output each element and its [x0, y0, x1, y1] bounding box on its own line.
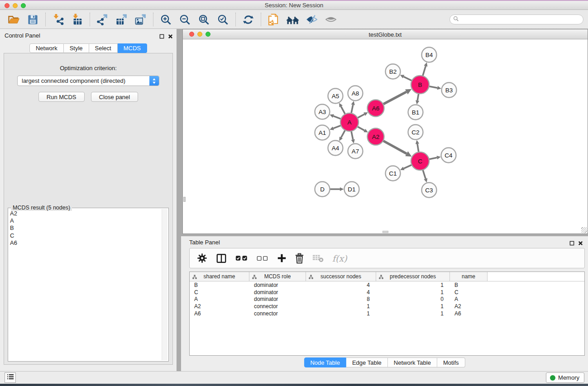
- zoom-out-icon[interactable]: [178, 13, 191, 26]
- network-window-titlebar[interactable]: testGlobe.txt: [183, 29, 588, 39]
- mcds-result-item[interactable]: B: [10, 224, 161, 232]
- table-cell[interactable]: 4: [306, 289, 376, 295]
- delete-table-icon: [312, 254, 324, 262]
- table-cell[interactable]: 1: [306, 310, 376, 317]
- table-cell[interactable]: 1: [306, 303, 376, 310]
- table-cell[interactable]: C: [190, 289, 249, 295]
- tab-select[interactable]: Select: [89, 43, 118, 53]
- export-image-icon[interactable]: [134, 13, 147, 26]
- table-cell[interactable]: A: [190, 296, 249, 302]
- close-panel-button[interactable]: Close panel: [91, 92, 139, 102]
- edge-arrow-icon: [416, 140, 419, 144]
- table-cell[interactable]: A: [450, 296, 488, 302]
- column-header-shared-name[interactable]: shared name: [190, 272, 249, 281]
- select-all-icon[interactable]: [235, 255, 248, 262]
- tab-style[interactable]: Style: [64, 43, 89, 53]
- tab-network[interactable]: Network: [29, 43, 64, 53]
- table-row[interactable]: A2connector11A2: [190, 303, 584, 310]
- column-header-successor-nodes[interactable]: successor nodes: [306, 272, 376, 281]
- table-cell[interactable]: A6: [190, 310, 249, 317]
- node-label-A2: A2: [372, 133, 380, 140]
- table-cell[interactable]: B: [450, 282, 488, 288]
- float-panel-icon[interactable]: [569, 239, 574, 248]
- gear-icon[interactable]: [197, 253, 207, 263]
- open-icon[interactable]: [7, 13, 20, 26]
- export-network-icon[interactable]: [96, 13, 109, 26]
- search-input[interactable]: [461, 16, 580, 23]
- optimization-criterion-select[interactable]: largest connected component (directed): [17, 76, 159, 86]
- hide-graphics-details-icon[interactable]: [305, 13, 318, 26]
- mcds-result-item[interactable]: C: [10, 232, 161, 239]
- task-history-button[interactable]: [5, 372, 16, 383]
- table-cell[interactable]: 1: [376, 282, 450, 288]
- zoom-fit-icon[interactable]: [197, 13, 210, 26]
- table-cell[interactable]: 4: [306, 282, 376, 288]
- export-table-icon[interactable]: [115, 13, 128, 26]
- mcds-result-item[interactable]: A: [10, 217, 161, 224]
- horizontal-scroll-thumb[interactable]: [382, 231, 388, 233]
- edge-arrow-icon: [424, 178, 427, 183]
- tab-node-table[interactable]: Node Table: [304, 357, 346, 367]
- network-graph: AA1A2A3A4A5A6A7A8BB1B2B3B4CC1C2C3C4DD1: [183, 40, 587, 234]
- import-table-icon[interactable]: [71, 13, 84, 26]
- close-panel-icon[interactable]: [168, 33, 173, 41]
- window-resize-grip[interactable]: [581, 227, 587, 233]
- node-label-A6: A6: [372, 105, 380, 112]
- table-cell[interactable]: B: [190, 282, 249, 288]
- table-cell[interactable]: A2: [450, 303, 488, 310]
- table-cell[interactable]: 8: [306, 296, 376, 302]
- refresh-icon[interactable]: [242, 13, 255, 26]
- table-cell[interactable]: 1: [376, 310, 450, 317]
- memory-button[interactable]: Memory: [546, 372, 584, 383]
- table-row[interactable]: Adominator80A: [190, 295, 584, 303]
- table-cell[interactable]: A6: [450, 310, 488, 317]
- import-network-icon[interactable]: [52, 13, 65, 26]
- fx-icon: f(x): [332, 253, 347, 263]
- deselect-all-icon[interactable]: [257, 255, 268, 262]
- zoom-in-icon[interactable]: [159, 13, 172, 26]
- network-canvas[interactable]: AA1A2A3A4A5A6A7A8BB1B2B3B4CC1C2C3C4DD1: [183, 40, 588, 234]
- table-cell[interactable]: connector: [249, 310, 306, 317]
- node-label-C: C: [418, 158, 422, 165]
- table-row[interactable]: Bdominator41B: [190, 281, 584, 289]
- float-panel-icon[interactable]: [159, 33, 164, 41]
- add-icon[interactable]: [277, 253, 287, 263]
- mcds-result-item[interactable]: A2: [10, 210, 161, 217]
- column-header-name[interactable]: name: [450, 272, 488, 281]
- save-icon[interactable]: [26, 13, 39, 26]
- table-cell[interactable]: connector: [249, 303, 306, 310]
- mcds-result-item[interactable]: A6: [10, 239, 161, 247]
- table-cell[interactable]: dominator: [249, 289, 306, 295]
- run-mcds-button[interactable]: Run MCDS: [38, 92, 85, 102]
- table-header-row: shared nameMCDS rolesuccessor nodesprede…: [190, 272, 584, 281]
- table-row[interactable]: Cdominator41C: [190, 289, 584, 296]
- table-cell[interactable]: 1: [376, 289, 450, 295]
- tab-motifs[interactable]: Motifs: [437, 357, 465, 367]
- column-header-mcds-role[interactable]: MCDS role: [249, 272, 306, 281]
- search-box[interactable]: [449, 14, 583, 24]
- first-neighbors-icon[interactable]: [286, 13, 299, 26]
- table-cell[interactable]: A2: [190, 303, 249, 310]
- table-cell[interactable]: 1: [376, 303, 450, 310]
- vertical-scroll-thumb[interactable]: [183, 197, 186, 202]
- mcds-result-box: MCDS result (5 nodes) A2ABCA6: [8, 208, 169, 362]
- tab-mcds[interactable]: MCDS: [118, 43, 147, 53]
- node-label-A1: A1: [319, 129, 326, 136]
- column-header-predecessor-nodes[interactable]: predecessor nodes: [376, 272, 450, 281]
- table-cell[interactable]: C: [450, 289, 488, 295]
- table-cell[interactable]: dominator: [249, 282, 306, 288]
- status-bar: Memory: [0, 371, 588, 384]
- tab-edge-table[interactable]: Edge Table: [346, 357, 388, 367]
- columns-icon[interactable]: [216, 253, 227, 264]
- result-list-scrollbar[interactable]: [162, 209, 167, 360]
- new-network-from-selection-icon[interactable]: [267, 13, 280, 26]
- zoom-selected-icon[interactable]: [216, 13, 229, 26]
- tab-network-table[interactable]: Network Table: [388, 357, 437, 367]
- close-panel-icon[interactable]: [578, 239, 583, 248]
- table-cell[interactable]: dominator: [249, 296, 306, 302]
- table-row[interactable]: A6connector11A6: [190, 310, 584, 317]
- trash-icon[interactable]: [295, 253, 304, 264]
- node-label-A4: A4: [332, 145, 339, 152]
- show-graphics-details-icon[interactable]: [324, 13, 337, 26]
- table-cell[interactable]: 0: [376, 296, 450, 302]
